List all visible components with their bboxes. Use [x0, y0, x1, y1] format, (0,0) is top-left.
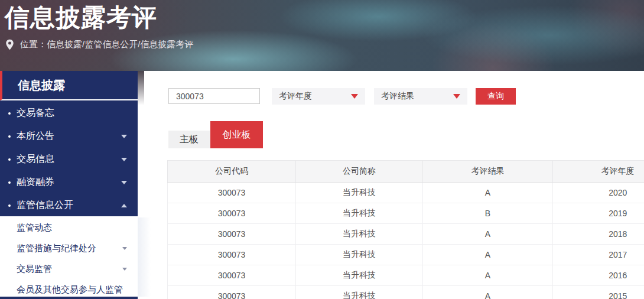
breadcrumb-text: 位置：信息披露/监管信息公开/信息披露考评 — [20, 39, 193, 50]
search-button[interactable]: 查询 — [476, 88, 516, 105]
bullet-icon — [8, 181, 11, 184]
table-cell: 300073 — [168, 286, 296, 299]
bullet-icon — [8, 135, 11, 138]
table-cell: 2016 — [553, 265, 644, 286]
table-cell: A — [423, 286, 553, 299]
sidebar: 信息披露 交易备忘 本所公告 交易信息 融资融券 监管信息公开 监管动态 监管措… — [0, 71, 138, 299]
sidebar-right-band — [138, 217, 151, 297]
sidebar-menu: 交易备忘 本所公告 交易信息 融资融券 监管信息公开 — [0, 100, 138, 216]
table-cell: 2019 — [553, 203, 644, 224]
sidebar-item[interactable]: 监管信息公开 — [0, 194, 138, 217]
chevron-down-icon — [121, 135, 127, 138]
sidebar-subitem-label: 会员及其他交易参与人监管 — [17, 284, 123, 295]
tab-active[interactable]: 创业板 — [210, 121, 263, 148]
sidebar-subitem-label: 监管动态 — [17, 222, 121, 233]
table-column-header: 公司代码 — [168, 161, 296, 183]
sidebar-item[interactable]: 本所公告 — [0, 125, 138, 148]
sidebar-item[interactable]: 融资融券 — [0, 171, 138, 194]
table-row: 300073当升科技A2020 — [168, 183, 644, 203]
sidebar-item[interactable]: 交易备忘 — [0, 102, 138, 125]
hero-banner: 信息披露考评 位置：信息披露/监管信息公开/信息披露考评 — [0, 0, 644, 71]
chevron-up-icon — [121, 204, 127, 207]
table-cell: 2015 — [553, 286, 644, 299]
table-cell: 300073 — [168, 224, 296, 245]
breadcrumb: 位置：信息披露/监管信息公开/信息披露考评 — [5, 38, 193, 51]
stock-code-input[interactable] — [168, 88, 260, 104]
chevron-down-icon — [121, 181, 127, 184]
sidebar-item-label: 监管信息公开 — [17, 199, 121, 212]
chevron-down-icon — [121, 158, 127, 161]
table-cell: 当升科技 — [296, 224, 423, 245]
result-filter-label: 考评结果 — [381, 91, 414, 102]
evaluation-table: 公司代码公司简称考评结果考评年度 300073当升科技A2020300073当升… — [167, 160, 644, 299]
table-cell: 300073 — [168, 265, 296, 286]
table-cell: A — [423, 245, 553, 265]
table-row: 300073当升科技A2018 — [168, 224, 644, 245]
sidebar-item-label: 交易备忘 — [17, 107, 121, 119]
dropdown-arrow-icon — [453, 94, 460, 99]
hero-fade-strip — [138, 71, 144, 105]
sidebar-subitem[interactable]: 监管动态 — [0, 217, 138, 238]
tab-inactive[interactable]: 主板 — [168, 131, 210, 148]
sidebar-subitem[interactable]: 交易监管 — [0, 259, 138, 280]
table-row: 300073当升科技A2015 — [168, 286, 644, 299]
sidebar-subitem-label: 监管措施与纪律处分 — [17, 243, 122, 254]
table-row: 300073当升科技A2017 — [168, 245, 644, 265]
sidebar-item-label: 本所公告 — [17, 130, 121, 142]
table-cell: 300073 — [168, 203, 296, 224]
chevron-down-icon — [122, 268, 127, 271]
chevron-down-icon — [122, 247, 127, 250]
table-cell: A — [423, 224, 553, 245]
tab-label: 主板 — [180, 134, 199, 146]
dropdown-arrow-icon — [351, 94, 358, 99]
table-row: 300073当升科技A2016 — [168, 265, 644, 286]
page-title: 信息披露考评 — [5, 1, 157, 34]
table-cell: 2018 — [553, 224, 644, 245]
sidebar-item-label: 交易信息 — [17, 153, 121, 165]
year-filter-dropdown[interactable]: 考评年度 — [272, 88, 365, 105]
sidebar-submenu: 监管动态 监管措施与纪律处分 交易监管 会员及其他交易参与人监管 — [0, 216, 138, 299]
sidebar-item-label: 融资融券 — [17, 176, 121, 188]
table-cell: 2017 — [553, 245, 644, 265]
table-cell: 当升科技 — [296, 245, 423, 265]
bullet-icon — [8, 204, 11, 207]
sidebar-next-section-edge — [0, 297, 138, 299]
table-cell: 300073 — [168, 245, 296, 265]
result-filter-dropdown[interactable]: 考评结果 — [374, 88, 467, 105]
table-body: 300073当升科技A2020300073当升科技B2019300073当升科技… — [168, 183, 644, 299]
sidebar-item[interactable]: 交易信息 — [0, 148, 138, 171]
evaluation-table-wrap: 公司代码公司简称考评结果考评年度 300073当升科技A2020300073当升… — [167, 160, 644, 299]
table-cell: 当升科技 — [296, 203, 423, 224]
table-cell: 2020 — [553, 183, 644, 203]
table-cell: 当升科技 — [296, 286, 423, 299]
bullet-icon — [8, 158, 11, 161]
year-filter-label: 考评年度 — [279, 91, 312, 102]
table-cell: 当升科技 — [296, 183, 423, 203]
tab-label: 创业板 — [223, 129, 251, 141]
bullet-icon — [8, 112, 11, 115]
sidebar-subitem-label: 交易监管 — [17, 264, 122, 275]
table-cell: B — [423, 203, 553, 224]
table-cell: 300073 — [168, 183, 296, 203]
table-column-header: 考评年度 — [553, 161, 644, 183]
table-header-row: 公司代码公司简称考评结果考评年度 — [168, 161, 644, 183]
location-pin-icon — [5, 39, 14, 50]
table-cell: A — [423, 265, 553, 286]
sidebar-subitem[interactable]: 监管措施与纪律处分 — [0, 238, 138, 259]
table-column-header: 公司简称 — [296, 161, 423, 183]
table-cell: A — [423, 183, 553, 203]
table-column-header: 考评结果 — [423, 161, 553, 183]
sidebar-header: 信息披露 — [0, 71, 138, 100]
table-cell: 当升科技 — [296, 265, 423, 286]
table-row: 300073当升科技B2019 — [168, 203, 644, 224]
